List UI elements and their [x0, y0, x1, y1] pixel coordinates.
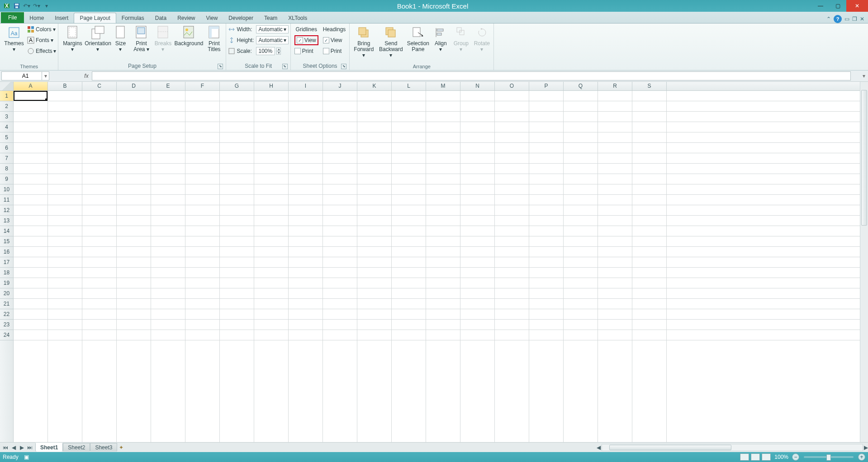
column-header[interactable]: J — [323, 82, 357, 90]
sheet-nav-next-icon[interactable]: ▶ — [18, 444, 25, 451]
zoom-out-button[interactable]: − — [792, 453, 799, 461]
background-button[interactable]: Background — [174, 24, 203, 53]
tab-formulas[interactable]: Formulas — [116, 13, 150, 23]
name-box[interactable]: A1▾ — [1, 71, 49, 80]
qat-customize-icon[interactable]: ▾ — [43, 2, 51, 10]
row-header[interactable]: 22 — [0, 309, 13, 320]
tab-review[interactable]: Review — [172, 13, 200, 23]
gridlines-view-checkbox[interactable]: ✓ — [297, 37, 303, 43]
hscroll-right-icon[interactable]: ▶ — [864, 444, 868, 451]
row-header[interactable]: 10 — [0, 184, 13, 195]
row-header[interactable]: 11 — [0, 195, 13, 205]
scale-input[interactable]: 100% — [256, 47, 275, 55]
row-header[interactable]: 24 — [0, 330, 13, 340]
help-icon[interactable]: ? — [834, 15, 842, 23]
close-button[interactable]: ✕ — [846, 0, 868, 12]
breaks-button[interactable]: Breaks▾ — [152, 24, 173, 53]
sheet-nav-prev-icon[interactable]: ◀ — [10, 444, 17, 451]
cells-area[interactable] — [14, 91, 868, 442]
column-header[interactable]: P — [529, 82, 564, 90]
column-header[interactable]: N — [460, 82, 495, 90]
width-dropdown[interactable]: Automatic▾ — [256, 25, 288, 33]
row-header[interactable]: 5 — [0, 132, 13, 143]
orientation-button[interactable]: Orientation▾ — [85, 24, 110, 53]
tab-developer[interactable]: Developer — [223, 13, 259, 23]
column-header[interactable]: O — [495, 82, 529, 90]
column-header[interactable]: K — [357, 82, 392, 90]
save-icon[interactable] — [13, 2, 21, 10]
row-header[interactable]: 20 — [0, 288, 13, 299]
column-header[interactable]: H — [254, 82, 289, 90]
row-header[interactable]: 15 — [0, 236, 13, 247]
row-header[interactable]: 8 — [0, 164, 13, 174]
row-header[interactable]: 4 — [0, 122, 13, 132]
row-header[interactable]: 9 — [0, 174, 13, 184]
rotate-button[interactable]: Rotate▾ — [472, 24, 492, 53]
send-backward-button[interactable]: SendBackward ▾ — [377, 24, 405, 59]
sheet-tab-sheet3[interactable]: Sheet3 — [90, 443, 117, 452]
zoom-level[interactable]: 100% — [774, 454, 788, 460]
macro-record-icon[interactable]: ▣ — [24, 454, 29, 460]
tab-file[interactable]: File — [1, 12, 24, 23]
row-header[interactable]: 17 — [0, 257, 13, 268]
tab-team[interactable]: Team — [259, 13, 283, 23]
tab-data[interactable]: Data — [150, 13, 172, 23]
normal-view-button[interactable] — [740, 453, 749, 461]
zoom-slider[interactable] — [804, 456, 854, 458]
row-header[interactable]: 1 — [0, 91, 13, 101]
height-dropdown[interactable]: Automatic▾ — [256, 36, 288, 44]
row-header[interactable]: 2 — [0, 101, 13, 112]
column-header[interactable]: C — [82, 82, 117, 90]
formula-input[interactable] — [92, 71, 851, 80]
colors-button[interactable]: Colors▾ — [27, 24, 56, 34]
column-header[interactable]: A — [14, 82, 48, 90]
align-button[interactable]: Align▾ — [431, 24, 450, 53]
row-header[interactable]: 19 — [0, 278, 13, 288]
fonts-button[interactable]: AFonts▾ — [27, 35, 56, 45]
headings-print-checkbox[interactable] — [323, 48, 329, 54]
page-setup-dialog-launcher[interactable]: ⬊ — [218, 64, 223, 69]
vertical-scrollbar[interactable] — [860, 82, 868, 442]
bring-forward-button[interactable]: BringForward ▾ — [351, 24, 376, 59]
row-header[interactable]: 12 — [0, 205, 13, 216]
row-header[interactable]: 3 — [0, 112, 13, 122]
tab-xltools[interactable]: XLTools — [283, 13, 313, 23]
hscroll-left-icon[interactable]: ◀ — [597, 444, 601, 451]
tab-home[interactable]: Home — [24, 13, 49, 23]
group-button[interactable]: Group▾ — [451, 24, 471, 53]
size-button[interactable]: Size▾ — [111, 24, 130, 53]
page-break-view-button[interactable] — [762, 453, 771, 461]
tab-page-layout[interactable]: Page Layout — [74, 13, 116, 23]
column-header[interactable]: R — [598, 82, 632, 90]
sheet-nav-last-icon[interactable]: ⏭ — [26, 444, 33, 451]
restore-window-icon[interactable]: ▭ — [844, 16, 849, 22]
column-header[interactable]: D — [117, 82, 151, 90]
sheet-nav-first-icon[interactable]: ⏮ — [2, 444, 9, 451]
redo-icon[interactable]: ↷▾ — [33, 2, 41, 10]
column-header[interactable]: Q — [564, 82, 598, 90]
horizontal-scrollbar[interactable] — [602, 444, 863, 451]
column-header[interactable]: F — [185, 82, 220, 90]
scale-spinner[interactable]: ▲▼ — [276, 47, 281, 55]
effects-button[interactable]: Effects▾ — [27, 46, 56, 56]
row-header[interactable]: 13 — [0, 216, 13, 226]
row-header[interactable]: 23 — [0, 320, 13, 330]
themes-button[interactable]: Aa Themes▾ — [2, 24, 26, 53]
minimize-ribbon-icon[interactable]: ⌃ — [826, 16, 831, 22]
column-header[interactable]: B — [48, 82, 82, 90]
sheet-options-dialog-launcher[interactable]: ⬊ — [341, 64, 346, 69]
column-header[interactable]: M — [426, 82, 460, 90]
column-header[interactable]: I — [289, 82, 323, 90]
expand-formula-bar-icon[interactable]: ▾ — [860, 73, 868, 79]
tab-view[interactable]: View — [201, 13, 223, 23]
selection-pane-button[interactable]: SelectionPane — [406, 24, 430, 53]
print-area-button[interactable]: PrintArea ▾ — [131, 24, 152, 53]
column-header[interactable]: S — [632, 82, 667, 90]
select-all-corner[interactable] — [0, 82, 14, 90]
tab-insert[interactable]: Insert — [49, 13, 74, 23]
maximize-workbook-icon[interactable]: ❐ — [852, 16, 857, 22]
column-header[interactable]: L — [392, 82, 426, 90]
new-sheet-icon[interactable]: ✦ — [119, 444, 129, 451]
maximize-button[interactable]: ▢ — [829, 0, 846, 12]
row-header[interactable]: 14 — [0, 226, 13, 236]
